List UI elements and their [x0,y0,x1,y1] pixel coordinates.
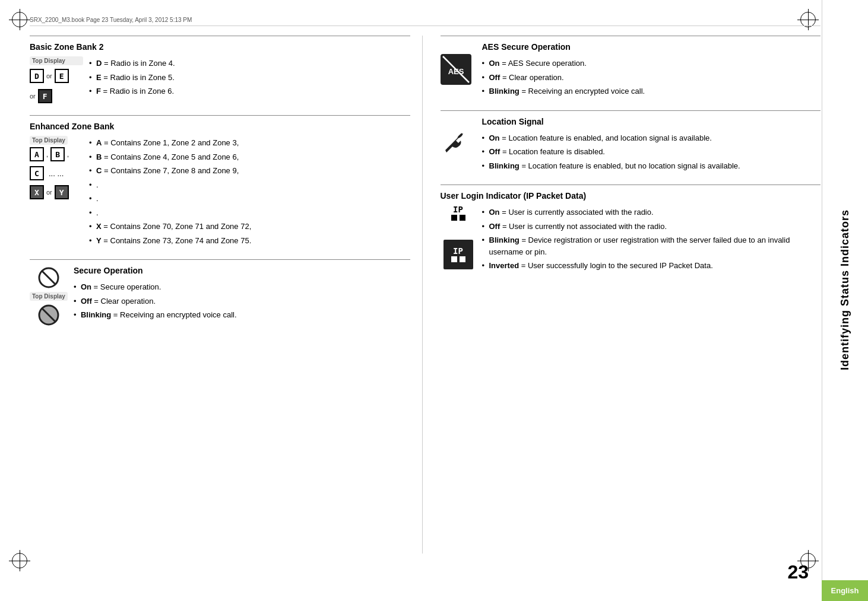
dots-1: ... ... [49,169,64,178]
ip-dot-inv-1 [451,256,457,262]
zone-e-icon: E [55,69,69,83]
secure-operation-text: Secure Operation On = Secure operation. … [74,266,237,322]
location-on: On = Location feature is enabled, and lo… [482,131,740,145]
enhanced-zone-item-dots3: . [89,206,251,220]
enhanced-zone-list: A = Contains Zone 1, Zone 2 and Zone 3, … [89,136,251,247]
zone-c-row: C ... ... [30,166,64,180]
user-login-inverted: Inverted = User successfully login to th… [482,259,821,273]
ip-icon-inverted: IP [443,240,473,269]
secure-op-title: Secure Operation [74,266,237,275]
secure-op-on: On = Secure operation. [74,280,237,294]
location-blinking: Blinking = Location feature is enabled, … [482,159,740,173]
svg-line-1 [42,271,56,285]
secure-layout: Top Display Secure Operation On = Secure… [30,266,410,327]
basic-zone-title: Basic Zone Bank 2 [30,42,410,52]
enhanced-zone-item-x: X = Contains Zone 70, Zone 71 and Zone 7… [89,220,251,234]
zone-f-row: or F [30,89,83,103]
zone-x-icon: X [30,185,44,199]
secure-operation-section: Top Display Secure Operation On = Secure… [30,259,410,333]
zone-a-b-row: A , B , [30,147,69,161]
location-title: Location Signal [482,117,740,126]
corner-crosshair-tl [12,12,27,27]
vertical-label-panel: Identifying Status Indicators English [822,0,868,601]
enhanced-zone-item-a: A = Contains Zone 1, Zone 2 and Zone 3, [89,136,251,150]
ip-dots-inv [451,256,465,262]
corner-crosshair-bl [12,553,27,568]
aes-off: Off = Clear operation. [482,71,645,85]
ip-label-normal: IP [453,205,463,214]
user-login-off: Off = User is currently not associated w… [482,220,821,234]
enhanced-zone-layout: Top Display A , B , C ... ... X or Y [30,136,410,247]
location-list: On = Location feature is enabled, and lo… [482,131,740,173]
enhanced-zone-title: Enhanced Zone Bank [30,122,410,131]
top-display-label-secure: Top Display [30,292,68,301]
user-login-title: User Login Indicator (IP Packet Data) [441,191,821,201]
enhanced-zone-item-b: B = Contains Zone 4, Zone 5 and Zone 6, [89,150,251,164]
secure-op-blinking: Blinking = Receiving an encrypted voice … [74,308,237,322]
zone-c-icon: C [30,166,44,180]
aes-title: AES Secure Operation [482,42,645,52]
main-content: Basic Zone Bank 2 Top Display D or E or … [30,36,821,554]
user-login-list: On = User is currently associated with t… [482,205,821,273]
ip-dots-normal [451,215,465,221]
page-number: 23 [787,561,809,583]
left-column: Basic Zone Bank 2 Top Display D or E or … [30,36,423,554]
language-text: English [831,586,859,595]
ip-dot-1 [451,215,457,221]
basic-zone-layout: Top Display D or E or F D = Radio is in … [30,56,410,103]
page-number-text: 23 [787,561,809,583]
or-text-1: or [46,72,52,80]
enhanced-zone-item-dots1: . [89,178,251,192]
top-display-label-enhanced: Top Display [30,136,68,145]
location-layout: Location Signal On = Location feature is… [441,117,821,173]
location-icon-area [441,117,476,155]
enhanced-zone-icons: Top Display A , B , C ... ... X or Y [30,136,83,199]
secure-op-icon-bottom [37,303,61,327]
basic-zone-list: D = Radio is in Zone 4. E = Radio is in … [89,56,175,98]
svg-text:AES: AES [448,67,464,76]
aes-layout: AES AES Secure Operation On = AES Secure… [441,42,821,98]
secure-op-list: On = Secure operation. Off = Clear opera… [74,280,237,322]
ip-label-inv: IP [453,247,463,255]
header-text: SRX_2200_M3.book Page 23 Tuesday, April … [30,17,192,23]
section-title-vertical: Identifying Status Indicators [822,0,868,580]
zone-b-icon: B [50,147,65,161]
basic-zone-section: Basic Zone Bank 2 Top Display D or E or … [30,36,410,109]
ip-dot-2 [460,215,465,221]
enhanced-zone-item-c: C = Contains Zone 7, Zone 8 and Zone 9, [89,164,251,178]
aes-section: AES AES Secure Operation On = AES Secure… [441,36,821,104]
zone-d-e-row: D or E [30,69,83,83]
or-text-3: or [46,189,52,196]
basic-zone-icons: Top Display D or E or F [30,56,83,103]
aes-list: On = AES Secure operation. Off = Clear o… [482,56,645,98]
ip-icon-normal: IP [443,205,473,235]
page-header: SRX_2200_M3.book Page 23 Tuesday, April … [30,17,821,26]
aes-on: On = AES Secure operation. [482,56,645,71]
user-login-layout: IP IP [441,205,821,273]
location-icon [441,129,467,155]
secure-op-off: Off = Clear operation. [74,294,237,309]
secure-icons: Top Display [30,266,68,327]
location-off: Off = Location feature is disabled. [482,145,740,159]
zone-f-icon: F [38,89,52,103]
user-login-icons: IP IP [441,205,476,269]
basic-zone-item-e: E = Radio is in Zone 5. [89,71,175,85]
aes-text: AES Secure Operation On = AES Secure ope… [482,42,645,98]
user-login-section: User Login Indicator (IP Packet Data) IP… [441,185,821,279]
ip-dot-inv-2 [460,256,465,262]
vertical-title-text: Identifying Status Indicators [839,209,851,370]
zone-a-icon: A [30,147,44,161]
top-display-label-basic: Top Display [30,56,83,65]
language-badge: English [822,580,868,601]
location-section: Location Signal On = Location feature is… [441,110,821,179]
secure-op-icon-top [37,266,61,290]
aes-blinking: Blinking = Receiving an encrypted voice … [482,84,645,98]
aes-icon: AES [441,54,471,85]
aes-icon-area: AES [441,42,476,85]
location-text: Location Signal On = Location feature is… [482,117,740,173]
zone-y-icon: Y [55,185,69,199]
zone-x-y-row: X or Y [30,185,69,199]
basic-zone-item-f: F = Radio is in Zone 6. [89,84,175,98]
user-login-on: On = User is currently associated with t… [482,205,821,220]
enhanced-zone-item-y: Y = Contains Zone 73, Zone 74 and Zone 7… [89,234,251,248]
